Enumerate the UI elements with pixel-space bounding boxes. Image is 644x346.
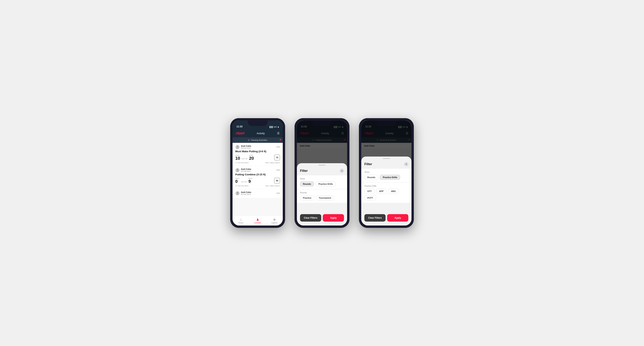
test-info-2: ⓘ Test Information bbox=[235, 185, 248, 187]
filter-show-section-3: Show Rounds Practice Drills bbox=[361, 169, 412, 182]
filter-icon-1: ⚙ bbox=[248, 139, 250, 141]
nav-item-activities[interactable]: ♟ Activities bbox=[249, 216, 266, 225]
user-text-3: Josh Coles 28 Feb 2023 bbox=[241, 191, 251, 195]
filter-header-2: Filter ✕ bbox=[297, 167, 347, 175]
shots-value-2: 9 bbox=[248, 179, 251, 184]
more-dots-3[interactable]: ••• bbox=[276, 192, 280, 195]
phone-2-screen: 11:33 ▐▐▐ WiFi ▮ clippd Activity ☰ ⚙ Vie… bbox=[297, 121, 347, 225]
user-text-2: Josh Coles 28 Feb 2023 bbox=[241, 168, 251, 172]
phone-2: 11:33 ▐▐▐ WiFi ▮ clippd Activity ☰ ⚙ Vie… bbox=[294, 118, 350, 228]
home-label: Home bbox=[238, 222, 243, 224]
clear-filters-button-2[interactable]: Clear Filters bbox=[300, 214, 321, 222]
card-footer-1: ⓘ Test Information Data: Clippd Capture bbox=[235, 162, 280, 164]
notch bbox=[248, 121, 268, 126]
apply-button-3[interactable]: Apply bbox=[387, 214, 408, 222]
filter-overlay-2: Filter ✕ Show Rounds Practice Drills Rou… bbox=[297, 121, 347, 225]
avatar-inner-1 bbox=[236, 145, 240, 149]
phones-container: 11:33 ▐▐▐ WiFi ▮ clippd Activity ☰ ⚙ Vie… bbox=[230, 118, 414, 228]
rounds-button-3[interactable]: Rounds bbox=[364, 175, 378, 180]
user-name-1: Josh Coles bbox=[241, 145, 251, 147]
svg-point-1 bbox=[236, 148, 239, 149]
user-name-3: Josh Coles bbox=[241, 191, 251, 193]
quality-badge-2: 45 bbox=[274, 178, 280, 183]
more-dots-1[interactable]: ••• bbox=[276, 145, 280, 149]
score-group-2: Score 0 bbox=[235, 177, 240, 183]
filter-practice-drills-label-3: Practice Drills bbox=[364, 185, 408, 187]
wifi-icon: WiFi bbox=[274, 126, 277, 128]
info-icon-1: ⓘ bbox=[235, 162, 237, 164]
quality-value-1: 75 bbox=[276, 156, 278, 159]
menu-icon-1[interactable]: ☰ bbox=[277, 132, 280, 135]
status-time-1: 11:33 bbox=[236, 125, 242, 128]
user-date-1: 28 Feb 2023 bbox=[241, 147, 251, 149]
nav-bar-1: clippd Activity ☰ bbox=[232, 129, 283, 137]
info-icon-2: ⓘ bbox=[235, 185, 237, 187]
user-info-1: Josh Coles 28 Feb 2023 bbox=[235, 145, 251, 149]
phone-3-screen: 11:33 ▐▐▐ WiFi ▮ clippd Activity ☰ ⚙ Vie… bbox=[361, 121, 412, 225]
filter-modal-3: Filter ✕ Show Rounds Practice Drills Pra… bbox=[361, 157, 412, 225]
nav-title-1: Activity bbox=[257, 132, 265, 135]
score-value-2: 0 bbox=[235, 179, 238, 184]
user-date-3: 28 Feb 2023 bbox=[241, 193, 251, 195]
out-of-1: OUT OF bbox=[242, 158, 248, 160]
app-button-3[interactable]: APP bbox=[376, 189, 386, 194]
practice-drills-button-2[interactable]: Practice Drills bbox=[316, 181, 336, 186]
quality-value-2: 45 bbox=[276, 179, 278, 182]
filter-rounds-label-2: Rounds bbox=[300, 192, 344, 194]
more-dots-2[interactable]: ••• bbox=[276, 169, 280, 172]
signal-icon: ▐▐▐ bbox=[269, 126, 273, 128]
filter-show-buttons-2: Rounds Practice Drills bbox=[300, 181, 344, 186]
avatar-inner-3 bbox=[236, 191, 240, 195]
bottom-nav-1: ⌂ Home ♟ Activities ⊕ Capture bbox=[232, 216, 283, 225]
filter-show-section-2: Show Rounds Practice Drills bbox=[297, 175, 347, 189]
user-date-2: 28 Feb 2023 bbox=[241, 170, 251, 172]
score-value-1: 10 bbox=[235, 156, 240, 161]
home-icon: ⌂ bbox=[240, 218, 242, 221]
filter-show-label-2: Show bbox=[300, 178, 344, 180]
avatar-svg-3 bbox=[236, 191, 240, 195]
card-title-2: Putting Combine (3-15 ft) bbox=[235, 173, 280, 176]
avatar-2 bbox=[235, 168, 240, 172]
apply-button-2[interactable]: Apply bbox=[323, 214, 344, 222]
practice-button-2[interactable]: Practice bbox=[300, 195, 314, 200]
ott-button-3[interactable]: OTT bbox=[364, 189, 374, 194]
shots-value-1: 20 bbox=[249, 156, 254, 161]
filter-rounds-buttons-2: Practice Tournament bbox=[300, 195, 344, 200]
viewing-bar-1[interactable]: ⚙ Viewing Activities bbox=[232, 137, 283, 143]
tournament-button-2[interactable]: Tournament bbox=[316, 195, 334, 200]
card-header-1: Josh Coles 28 Feb 2023 ••• bbox=[235, 145, 280, 149]
filter-practice-drills-section-3: Practice Drills OTT APP ARG PUTT bbox=[361, 182, 412, 203]
status-icons-1: ▐▐▐ WiFi ▮ bbox=[269, 126, 279, 128]
filter-modal-2: Filter ✕ Show Rounds Practice Drills Rou… bbox=[297, 163, 347, 225]
logo-1: clippd bbox=[236, 132, 244, 135]
rounds-button-2[interactable]: Rounds bbox=[300, 181, 314, 186]
practice-drills-button-3[interactable]: Practice Drills bbox=[380, 175, 400, 180]
filter-title-2: Filter bbox=[300, 169, 308, 173]
activity-card-1: Josh Coles 28 Feb 2023 ••• Must Make Put… bbox=[232, 143, 283, 166]
user-info-2: Josh Coles 28 Feb 2023 bbox=[235, 168, 251, 172]
arg-button-3[interactable]: ARG bbox=[388, 189, 399, 194]
quality-badge-1: 75 bbox=[274, 155, 280, 161]
avatar-1 bbox=[235, 145, 240, 149]
data-source-1: Data: Clippd Capture bbox=[265, 162, 280, 164]
phone-1: 11:33 ▐▐▐ WiFi ▮ clippd Activity ☰ ⚙ Vie… bbox=[230, 118, 285, 228]
score-group-1: Score 10 bbox=[235, 154, 240, 161]
user-info-3: Josh Coles 28 Feb 2023 bbox=[235, 191, 251, 195]
filter-overlay-3: Filter ✕ Show Rounds Practice Drills Pra… bbox=[361, 121, 412, 225]
putt-button-3[interactable]: PUTT bbox=[364, 195, 376, 200]
filter-actions-2: Clear Filters Apply bbox=[297, 211, 347, 222]
filter-handle-2 bbox=[318, 165, 326, 166]
test-info-1: ⓘ Test Information bbox=[235, 162, 248, 164]
nav-item-home[interactable]: ⌂ Home bbox=[232, 216, 249, 225]
clear-filters-button-3[interactable]: Clear Filters bbox=[364, 214, 386, 222]
data-source-2: Data: Clippd Capture bbox=[265, 185, 280, 187]
close-button-3[interactable]: ✕ bbox=[404, 162, 408, 166]
close-button-2[interactable]: ✕ bbox=[340, 169, 344, 173]
avatar-3 bbox=[235, 191, 240, 195]
nav-item-capture[interactable]: ⊕ Capture bbox=[266, 216, 283, 225]
out-of-2: OUT OF bbox=[241, 181, 247, 183]
avatar-svg-1 bbox=[236, 145, 240, 149]
activity-list-1: Josh Coles 28 Feb 2023 ••• Must Make Put… bbox=[232, 143, 283, 216]
filter-title-3: Filter bbox=[364, 163, 372, 166]
filter-spacer-2 bbox=[297, 203, 347, 211]
